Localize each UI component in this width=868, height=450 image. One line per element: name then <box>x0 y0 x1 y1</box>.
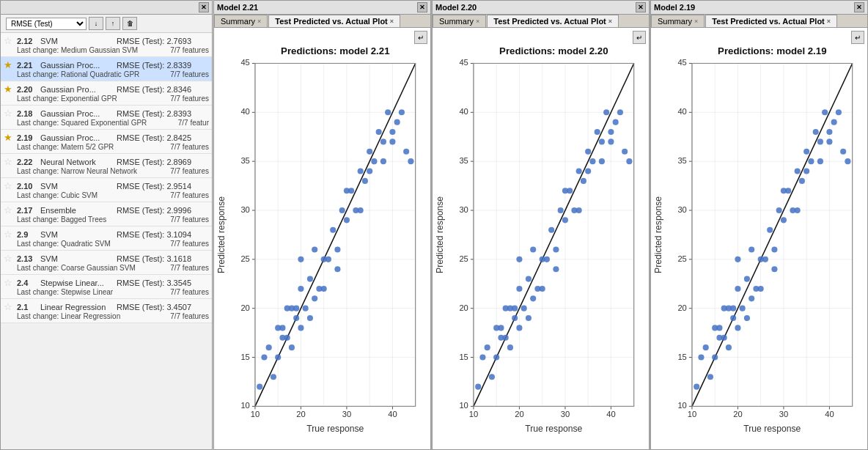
restore-button[interactable]: ↵ <box>851 31 864 44</box>
model-window-model_221: Model 2.21✕Summary×Test Predicted vs. Ac… <box>213 0 431 450</box>
svg-point-220 <box>795 168 801 174</box>
svg-point-125 <box>562 217 568 223</box>
tab-summary[interactable]: Summary× <box>651 15 705 27</box>
model-type: SVM <box>40 182 114 191</box>
tab-test-predicted-vs.-actual-plot[interactable]: Test Predicted vs. Actual Plot× <box>487 15 619 27</box>
svg-point-36 <box>358 168 364 174</box>
model-item[interactable]: ☆2.18Gaussian Proc...RMSE (Test): 2.8393… <box>1 106 212 130</box>
svg-point-244 <box>817 158 823 164</box>
tab-summary[interactable]: Summary× <box>433 15 486 27</box>
model-rmse: RMSE (Test): 2.8339 <box>117 61 191 70</box>
svg-point-242 <box>771 266 777 272</box>
svg-point-140 <box>516 257 522 262</box>
model-rmse: RMSE (Test): 2.8425 <box>117 133 191 142</box>
model-item[interactable]: ☆2.1Linear RegressionRMSE (Test): 3.4507… <box>1 299 212 323</box>
prediction-plot: 102030401015202530354045True responsePre… <box>433 28 649 449</box>
model-item[interactable]: ★2.20Gaussian Pro...RMSE (Test): 2.8346L… <box>1 81 212 106</box>
svg-point-38 <box>367 149 372 155</box>
svg-point-216 <box>776 207 782 213</box>
model-item[interactable]: ☆2.10SVMRMSE (Test): 2.9514Last change: … <box>1 178 212 202</box>
model-rmse: RMSE (Test): 2.8969 <box>117 158 191 166</box>
model-features: 7/7 features <box>170 167 209 175</box>
tab-close-icon[interactable]: × <box>257 18 261 25</box>
svg-point-137 <box>617 109 623 115</box>
svg-point-225 <box>817 139 823 144</box>
tab-label: Test Predicted vs. Actual Plot <box>275 17 387 26</box>
window-close[interactable]: ✕ <box>636 2 646 12</box>
model-rmse: RMSE (Test): 2.7693 <box>117 37 191 45</box>
sort-select[interactable]: RMSE (Test) RMSE (Train) Model Name <box>6 18 87 30</box>
models-panel-close[interactable]: ✕ <box>199 2 209 12</box>
svg-point-61 <box>389 139 395 144</box>
svg-point-23 <box>298 286 304 292</box>
svg-text:10: 10 <box>240 401 249 410</box>
model-id: 2.19 <box>17 133 37 142</box>
svg-point-232 <box>735 257 740 262</box>
model-type: Stepwise Linear... <box>40 279 114 287</box>
model-item[interactable]: ☆2.9SVMRMSE (Test): 3.1094Last change: Q… <box>1 226 212 251</box>
model-id: 2.9 <box>17 230 37 239</box>
svg-point-143 <box>540 286 545 292</box>
model-window-model_219: Model 2.19✕Summary×Test Predicted vs. Ac… <box>650 0 868 450</box>
sort-asc-button[interactable]: ↓ <box>89 17 103 30</box>
window-close[interactable]: ✕ <box>854 2 864 12</box>
tab-test-predicted-vs.-actual-plot[interactable]: Test Predicted vs. Actual Plot× <box>705 15 837 27</box>
svg-point-62 <box>279 335 285 341</box>
svg-text:30: 30 <box>677 205 686 214</box>
window-close[interactable]: ✕ <box>417 2 427 12</box>
restore-button[interactable]: ↵ <box>414 31 427 44</box>
restore-button[interactable]: ↵ <box>633 31 646 44</box>
model-id: 2.4 <box>17 279 37 287</box>
model-item[interactable]: ☆2.17EnsembleRMSE (Test): 2.9996Last cha… <box>1 202 212 226</box>
svg-point-45 <box>399 109 405 115</box>
model-item[interactable]: ☆2.13SVMRMSE (Test): 3.1618Last change: … <box>1 251 212 275</box>
svg-text:Predicted response: Predicted response <box>653 196 663 273</box>
model-item[interactable]: ☆2.12SVMRMSE (Test): 2.7693Last change: … <box>1 33 212 57</box>
svg-point-40 <box>376 129 382 135</box>
svg-point-155 <box>512 315 518 321</box>
svg-point-18 <box>275 354 281 360</box>
tab-close-icon[interactable]: × <box>608 18 612 25</box>
svg-text:30: 30 <box>342 410 351 418</box>
delete-button[interactable]: 🗑 <box>122 17 137 30</box>
svg-point-214 <box>767 227 773 233</box>
svg-text:10: 10 <box>459 401 468 410</box>
svg-text:15: 15 <box>240 353 249 361</box>
svg-text:40: 40 <box>677 107 686 116</box>
model-item[interactable]: ☆2.22Neural NetworkRMSE (Test): 2.8969La… <box>1 154 212 178</box>
tab-summary[interactable]: Summary× <box>214 15 268 27</box>
window-titlebar: Model 2.20✕ <box>433 1 649 15</box>
star-icon: ☆ <box>4 301 14 312</box>
svg-text:25: 25 <box>677 254 686 263</box>
svg-point-59 <box>358 207 364 213</box>
model-rmse: RMSE (Test): 2.9996 <box>117 206 191 215</box>
svg-point-142 <box>526 315 532 321</box>
tab-close-icon[interactable]: × <box>694 18 698 25</box>
star-icon: ☆ <box>4 253 14 264</box>
sort-desc-button[interactable]: ↑ <box>106 17 120 30</box>
model-type: Gaussian Proc... <box>40 61 114 70</box>
svg-point-217 <box>781 217 787 223</box>
svg-point-135 <box>608 129 614 135</box>
model-item[interactable]: ★2.19Gaussian Proc...RMSE (Test): 2.8425… <box>1 130 212 154</box>
svg-point-153 <box>608 139 614 144</box>
tab-close-icon[interactable]: × <box>827 18 831 25</box>
tab-test-predicted-vs.-actual-plot[interactable]: Test Predicted vs. Actual Plot× <box>268 15 400 27</box>
prediction-plot: 102030401015202530354045True responsePre… <box>651 28 867 449</box>
model-item[interactable]: ★2.21Gaussian Proc...RMSE (Test): 2.8339… <box>1 57 212 81</box>
model-type: Gaussian Proc... <box>40 133 114 142</box>
svg-text:45: 45 <box>240 59 249 67</box>
svg-point-128 <box>576 168 582 174</box>
svg-point-131 <box>589 158 595 164</box>
star-icon: ★ <box>4 84 14 95</box>
model-item[interactable]: ☆2.4Stepwise Linear...RMSE (Test): 3.354… <box>1 275 212 299</box>
tab-close-icon[interactable]: × <box>390 18 394 25</box>
svg-point-199 <box>698 354 704 360</box>
svg-point-115 <box>516 286 522 292</box>
svg-text:45: 45 <box>677 59 686 67</box>
tab-close-icon[interactable]: × <box>476 18 479 25</box>
model-type: Gaussian Proc... <box>40 109 114 118</box>
tab-label: Summary <box>439 17 474 26</box>
model-rmse: RMSE (Test): 3.1094 <box>117 230 191 239</box>
svg-point-152 <box>599 158 605 164</box>
